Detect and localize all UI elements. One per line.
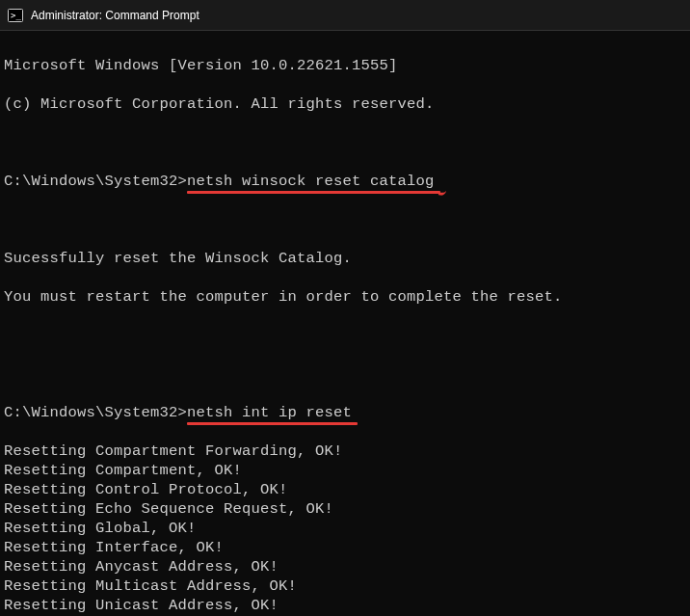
reset-output-block: Resetting Compartment Forwarding, OK!Res… [4,442,686,616]
prompt-text: C:\Windows\System32> [4,172,187,191]
output-line: Sucessfully reset the Winsock Catalog. [4,249,686,268]
output-line: Resetting Anycast Address, OK! [4,557,686,576]
prompt-line: C:\Windows\System32>netsh int ip reset [4,403,686,422]
output-line: (c) Microsoft Corporation. All rights re… [4,94,686,114]
output-line: Microsoft Windows [Version 10.0.22621.15… [4,56,686,75]
output-line: Resetting Unicast Address, OK! [4,596,686,615]
output-line: Resetting Global, OK! [4,519,686,538]
output-line: Resetting Control Protocol, OK! [4,480,686,499]
command-1: netsh winsock reset catalog [187,172,435,191]
output-line: You must restart the computer in order t… [4,287,686,307]
prompt-line: C:\Windows\System32>netsh winsock reset … [4,172,686,191]
prompt-text: C:\Windows\System32> [4,403,187,422]
blank-line [4,326,686,345]
blank-line [4,364,686,384]
blank-line [4,210,686,229]
blank-line [4,133,686,152]
output-line: Resetting Compartment, OK! [4,461,686,480]
cmd-icon: >_ [8,8,23,23]
output-line: Resetting Compartment Forwarding, OK! [4,442,686,461]
window-title: Administrator: Command Prompt [31,9,199,22]
output-line: Resetting Echo Sequence Request, OK! [4,499,686,519]
annotation-underline [187,422,358,425]
annotation-underline [187,191,440,194]
terminal-output[interactable]: Microsoft Windows [Version 10.0.22621.15… [0,31,690,616]
output-line: Resetting Interface, OK! [4,538,686,557]
output-line: Resetting Multicast Address, OK! [4,576,686,596]
window-titlebar[interactable]: >_ Administrator: Command Prompt [0,0,690,31]
svg-text:>_: >_ [11,11,21,20]
command-2: netsh int ip reset [187,403,352,422]
